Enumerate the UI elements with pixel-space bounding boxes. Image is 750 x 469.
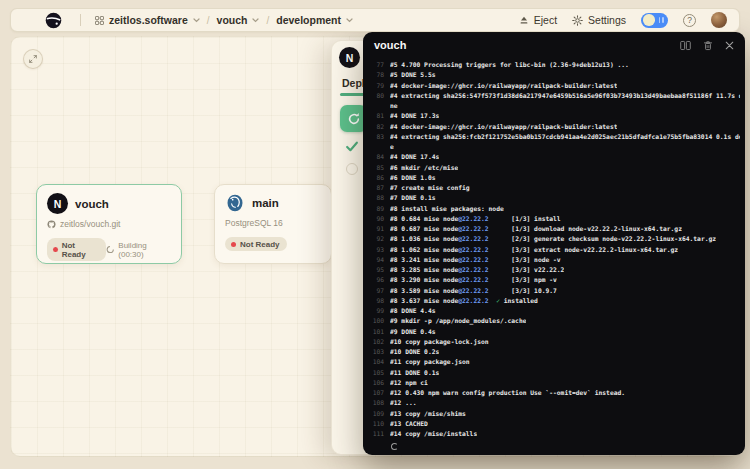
vouch-service-logo: N xyxy=(47,193,68,214)
breadcrumb-project[interactable]: vouch xyxy=(217,14,260,26)
log-line: 77#5 4.700 Processing triggers for libc-… xyxy=(370,60,740,70)
workspace-icon xyxy=(95,16,104,25)
log-line: 80#4 extracting sha256:547f573f1d38d6a21… xyxy=(370,91,740,101)
log-line: 79#4 docker-image://ghcr.io/railwayapp/r… xyxy=(370,81,740,91)
settings-button[interactable]: Settings xyxy=(572,14,626,26)
log-line: 84#4 DONE 17.4s xyxy=(370,152,740,162)
log-line: 97#8 3.589 mise node@22.22.2 [3/3] 10.9.… xyxy=(370,286,740,296)
eject-icon xyxy=(519,15,529,25)
close-icon xyxy=(725,41,734,50)
postgresql-icon xyxy=(225,193,245,213)
check-icon xyxy=(345,141,359,153)
chevron-down-icon xyxy=(252,18,259,23)
breadcrumb-environment[interactable]: development xyxy=(276,14,353,26)
log-line: 91#8 0.687 mise node@22.22.2 [1/3] downl… xyxy=(370,224,740,234)
expand-icon xyxy=(28,54,38,64)
log-panel-title: vouch xyxy=(374,39,406,51)
log-line: ne xyxy=(370,101,740,111)
toggle-knob xyxy=(643,14,655,26)
project-name: vouch xyxy=(217,14,248,26)
breadcrumb-workspace[interactable]: zeitlos.software xyxy=(95,14,200,26)
log-line: 87#7 create mise config xyxy=(370,183,740,193)
close-log-button[interactable] xyxy=(725,41,734,50)
log-line: 103#10 DONE 0.2s xyxy=(370,347,740,357)
log-line: 108#12 ... xyxy=(370,398,740,408)
log-line: 83#4 extracting sha256:fcb2f121752e5ba0b… xyxy=(370,132,740,142)
log-line: 101#9 DONE 0.4s xyxy=(370,327,740,337)
log-line: 86#6 DONE 1.0s xyxy=(370,173,740,183)
environment-name: development xyxy=(276,14,341,26)
log-line: 109#13 copy /mise/shims xyxy=(370,409,740,419)
vouch-card-title: vouch xyxy=(75,198,109,210)
log-line: 82#4 docker-image://ghcr.io/railwayapp/r… xyxy=(370,122,740,132)
building-spinner-icon xyxy=(106,245,114,254)
status-dot xyxy=(53,247,58,252)
log-line: 94#8 3.241 mise node@22.22.2 [3/3] node … xyxy=(370,255,740,265)
loading-spinner xyxy=(391,443,398,450)
log-line: 95#8 3.285 mise node@22.22.2 [3/3] v22.2… xyxy=(370,265,740,275)
log-line: 93#8 1.062 mise node@22.22.2 [3/3] extra… xyxy=(370,245,740,255)
gear-icon xyxy=(572,15,583,26)
pending-step-icon xyxy=(346,163,358,175)
help-icon: ? xyxy=(687,15,692,25)
log-line: 89#8 install mise packages: node xyxy=(370,204,740,214)
vouch-status-badge: Not Ready xyxy=(47,238,106,261)
log-line: 81#4 DONE 17.3s xyxy=(370,111,740,121)
build-log-panel: vouch 77#5 4.700 Proces xyxy=(363,32,745,455)
log-line: 96#8 3.290 mise node@22.22.2 [3/3] npm -… xyxy=(370,275,740,285)
log-lines[interactable]: 77#5 4.700 Processing triggers for libc-… xyxy=(370,60,740,451)
top-navbar: zeitlos.software / vouch / development E… xyxy=(10,8,740,32)
eject-label: Eject xyxy=(534,14,557,26)
log-line: 92#8 1.036 mise node@22.22.2 [2/3] gener… xyxy=(370,234,740,244)
expand-canvas-button[interactable] xyxy=(23,49,43,69)
log-line: 102#10 copy package-lock.json xyxy=(370,337,740,347)
rotate-icon xyxy=(347,112,361,126)
avatar[interactable] xyxy=(711,12,727,28)
status-dot xyxy=(231,242,236,247)
breadcrumb-separator: / xyxy=(207,15,210,26)
navbar-actions: Eject Settings ? xyxy=(519,12,739,28)
theme-toggle[interactable] xyxy=(641,13,668,28)
main-status-badge: Not Ready xyxy=(225,237,287,251)
help-button[interactable]: ? xyxy=(683,14,696,27)
log-line: 106#12 npm ci xyxy=(370,378,740,388)
toggle-tick xyxy=(662,17,664,23)
log-line: 105#11 DONE 0.1s xyxy=(370,368,740,378)
split-view-button[interactable] xyxy=(680,40,691,51)
chevron-down-icon xyxy=(346,18,353,23)
log-line: 111#14 copy /mise/installs xyxy=(370,429,740,439)
drawer-service-logo: N xyxy=(339,47,360,68)
log-line: 78#5 DONE 5.5s xyxy=(370,70,740,80)
log-line: 100#9 mkdir -p /app/node_modules/.cache xyxy=(370,316,740,326)
toggle-tick xyxy=(659,17,661,23)
log-line: 104#11 copy package.json xyxy=(370,357,740,367)
delete-log-button[interactable] xyxy=(703,40,713,51)
vouch-repo-label: zeitlos/vouch.git xyxy=(60,219,120,229)
log-line: 110#13 CACHED xyxy=(370,419,740,429)
workspace-name: zeitlos.software xyxy=(109,14,188,26)
log-line: 85#6 mkdir /etc/mise xyxy=(370,163,740,173)
navbar-divider xyxy=(80,14,81,26)
settings-label: Settings xyxy=(588,14,626,26)
split-view-icon xyxy=(680,40,691,51)
main-card-title: main xyxy=(252,197,279,209)
log-panel-header: vouch xyxy=(363,32,745,58)
github-icon xyxy=(47,220,56,229)
breadcrumb-separator: / xyxy=(266,15,269,26)
log-line: 99#8 DONE 4.4s xyxy=(370,306,740,316)
trash-icon xyxy=(703,40,713,51)
service-card-main[interactable]: main PostgreSQL 16 Not Ready xyxy=(214,184,332,264)
log-line: 98#8 3.637 mise node@22.22.2 ✓ installed xyxy=(370,296,740,306)
main-subtitle: PostgreSQL 16 xyxy=(225,218,283,228)
log-line: 90#8 0.684 mise node@22.22.2 [1/3] insta… xyxy=(370,214,740,224)
service-card-vouch[interactable]: N vouch zeitlos/vouch.git Not Ready Buil… xyxy=(36,184,182,264)
log-line: e xyxy=(370,142,740,152)
eject-button[interactable]: Eject xyxy=(519,14,557,26)
railway-logo[interactable] xyxy=(45,12,62,29)
vouch-building-status: Building (00:30) xyxy=(106,241,171,259)
chevron-down-icon xyxy=(193,18,200,23)
log-line: 88#7 DONE 0.1s xyxy=(370,193,740,203)
log-line: 107#12 0.430 npm warn config production … xyxy=(370,388,740,398)
